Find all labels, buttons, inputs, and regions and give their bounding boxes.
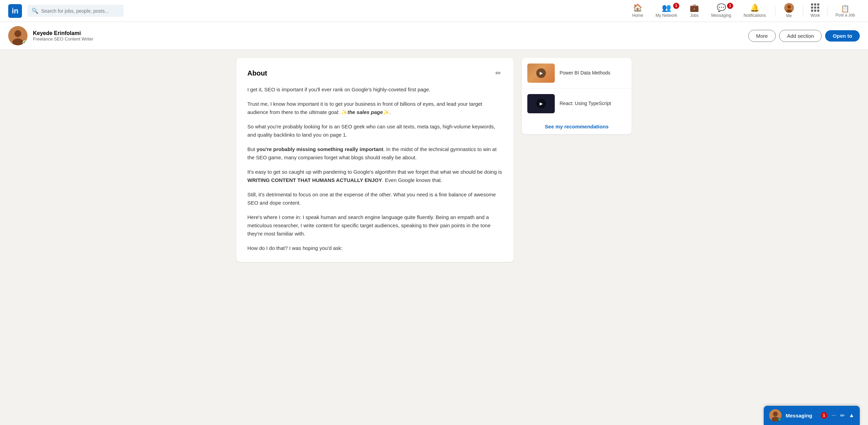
more-button[interactable]: More bbox=[748, 30, 776, 42]
see-recommendations-link[interactable]: See my recommendations bbox=[522, 119, 632, 134]
about-para-1: I get it, SEO is important if you'll eve… bbox=[247, 85, 503, 94]
nav-divider-2 bbox=[803, 5, 803, 16]
bold-text-1: you're probably missing something really… bbox=[257, 146, 383, 152]
nav-messaging-label: Messaging bbox=[711, 13, 731, 18]
nav-me-avatar bbox=[784, 3, 794, 13]
nav-jobs-label: Jobs bbox=[690, 13, 699, 18]
post-job-label: Post a Job bbox=[835, 13, 855, 18]
edit-about-button[interactable]: ✏ bbox=[494, 68, 503, 79]
main-layout: About ✏ I get it, SEO is important if yo… bbox=[228, 58, 640, 262]
nav-divider-3 bbox=[828, 5, 828, 16]
navbar: in 🔍 🏠 Home 👥 1 My Network 💼 Jobs 💬 1 Me… bbox=[0, 0, 868, 22]
sales-page-text: the sales page bbox=[348, 109, 383, 115]
nav-home[interactable]: 🏠 Home bbox=[626, 0, 649, 22]
add-section-button[interactable]: Add section bbox=[779, 30, 822, 42]
messaging-badge: 1 bbox=[727, 3, 733, 9]
nav-notifications[interactable]: 🔔 Notifications bbox=[737, 0, 772, 22]
nav-work-label: Work bbox=[811, 13, 820, 18]
play-button-react: ▶ bbox=[536, 99, 546, 108]
messaging-chevron-button[interactable]: ▲ bbox=[849, 412, 854, 419]
search-icon: 🔍 bbox=[32, 8, 38, 14]
work-grid-icon bbox=[811, 3, 819, 12]
sparkle-2: ✨ bbox=[383, 109, 389, 115]
notifications-icon: 🔔 bbox=[750, 3, 759, 12]
profile-info: Keyede Erinfolami Freelance SEO Content … bbox=[33, 30, 743, 42]
messaging-more-button[interactable]: ··· bbox=[832, 412, 836, 419]
nav-me[interactable]: Me bbox=[778, 0, 800, 22]
about-para-6: Still, it's detrimental to focus on one … bbox=[247, 191, 503, 207]
rec-item-powerbi[interactable]: ▶ Power BI Data Methods bbox=[522, 58, 632, 89]
nav-items: 🏠 Home 👥 1 My Network 💼 Jobs 💬 1 Messagi… bbox=[626, 0, 860, 22]
profile-title: Freelance SEO Content Writer bbox=[33, 36, 743, 42]
about-para-2: Trust me, I know how important it is to … bbox=[247, 100, 503, 116]
rec-thumbnail-powerbi: ▶ bbox=[527, 64, 555, 83]
messaging-compose-button[interactable]: ✏ bbox=[840, 412, 845, 419]
profile-actions: More Add section Open to bbox=[748, 30, 860, 42]
about-body: I get it, SEO is important if you'll eve… bbox=[247, 85, 503, 252]
messaging-actions: ··· ✏ ▲ bbox=[832, 412, 854, 419]
about-para-8: How do I do that? I was hoping you'd ask… bbox=[247, 244, 503, 252]
search-bar[interactable]: 🔍 bbox=[27, 5, 124, 17]
nav-work[interactable]: Work bbox=[806, 0, 825, 22]
messaging-badge: 1 bbox=[821, 412, 828, 419]
my-network-badge: 1 bbox=[673, 3, 679, 9]
about-para-4: But you're probably missing something re… bbox=[247, 145, 503, 162]
nav-me-label: Me bbox=[786, 13, 792, 18]
right-sidebar: ▶ Power BI Data Methods ▶ React: Using T… bbox=[522, 58, 632, 262]
nav-my-network[interactable]: 👥 1 My Network bbox=[649, 0, 683, 22]
nav-home-label: Home bbox=[632, 13, 643, 18]
messaging-footer[interactable]: Messaging 1 ··· ✏ ▲ bbox=[764, 406, 860, 425]
nav-jobs[interactable]: 💼 Jobs bbox=[683, 0, 705, 22]
post-job-icon: 📋 bbox=[841, 4, 849, 13]
messaging-avatar bbox=[769, 409, 782, 422]
nav-divider bbox=[775, 5, 775, 16]
home-icon: 🏠 bbox=[633, 3, 642, 12]
jobs-icon: 💼 bbox=[690, 3, 699, 12]
about-para-7: Here's where I come in: I speak human an… bbox=[247, 213, 503, 238]
profile-name: Keyede Erinfolami bbox=[33, 30, 743, 36]
about-para-3: So what you're probably looking for is a… bbox=[247, 123, 503, 139]
my-network-icon: 👥 bbox=[662, 3, 671, 12]
open-to-button[interactable]: Open to bbox=[825, 30, 860, 42]
svg-point-4 bbox=[14, 30, 21, 37]
about-header: About ✏ bbox=[247, 68, 503, 79]
messaging-online-dot bbox=[778, 418, 781, 421]
messaging-label: Messaging bbox=[786, 413, 817, 418]
recommendations-card: ▶ Power BI Data Methods ▶ React: Using T… bbox=[522, 58, 632, 134]
play-button-powerbi: ▶ bbox=[536, 68, 546, 78]
nav-post-job[interactable]: 📋 Post a Job bbox=[831, 0, 860, 22]
about-title: About bbox=[247, 69, 267, 77]
nav-my-network-label: My Network bbox=[656, 13, 677, 18]
linkedin-logo[interactable]: in bbox=[8, 4, 22, 18]
nav-notifications-label: Notifications bbox=[743, 13, 766, 18]
svg-point-1 bbox=[787, 5, 791, 9]
rec-thumbnail-react: ▶ bbox=[527, 94, 555, 113]
nav-messaging[interactable]: 💬 1 Messaging bbox=[705, 0, 737, 22]
sparkle-1: ✨ bbox=[341, 109, 348, 115]
about-para-5: It's easy to get so caught up with pande… bbox=[247, 168, 503, 184]
profile-avatar bbox=[8, 26, 27, 45]
rec-title-powerbi: Power BI Data Methods bbox=[560, 70, 610, 77]
bold-text-2: WRITING CONTENT THAT HUMANS ACTUALLY ENJ… bbox=[247, 177, 382, 183]
svg-point-7 bbox=[773, 412, 778, 416]
online-indicator bbox=[23, 41, 27, 45]
about-card: About ✏ I get it, SEO is important if yo… bbox=[236, 58, 514, 262]
rec-title-react: React: Using TypeScript bbox=[560, 100, 611, 107]
search-input[interactable] bbox=[41, 8, 119, 14]
profile-subheader: Keyede Erinfolami Freelance SEO Content … bbox=[0, 22, 868, 50]
messaging-icon: 💬 bbox=[717, 3, 726, 12]
avatar-svg bbox=[784, 3, 794, 13]
rec-item-react[interactable]: ▶ React: Using TypeScript bbox=[522, 89, 632, 119]
